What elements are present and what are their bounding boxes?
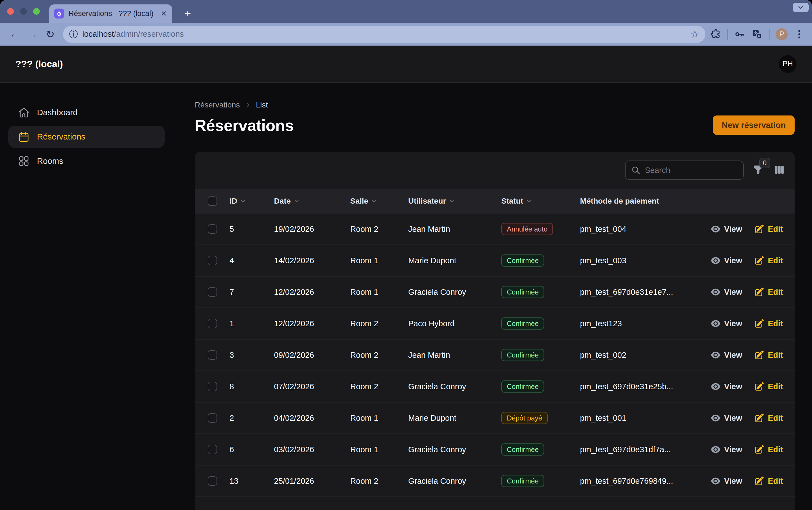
pencil-square-icon	[754, 318, 764, 329]
edit-button[interactable]: Edit	[754, 287, 783, 297]
browser-menu-icon[interactable]	[794, 29, 805, 40]
calendar-icon	[18, 131, 30, 143]
cell-paiement: pm_test123	[580, 319, 675, 328]
translate-icon[interactable]	[752, 29, 762, 40]
table-row: 2 04/02/2026 Room 1 Marie Dupont Dépôt p…	[195, 402, 794, 434]
edit-button[interactable]: Edit	[754, 413, 783, 423]
view-button[interactable]: View	[710, 350, 743, 360]
sort-chevron-icon	[294, 198, 300, 204]
edit-button[interactable]: Edit	[754, 350, 783, 360]
cell-id: 4	[230, 256, 274, 265]
forward-button[interactable]: →	[25, 27, 40, 42]
filter-button[interactable]: 0	[752, 164, 765, 176]
bookmark-star-icon[interactable]: ☆	[691, 28, 699, 40]
user-avatar[interactable]: PH	[779, 55, 796, 73]
table-row: 1 12/02/2026 Room 2 Paco Hybord Confirmé…	[195, 308, 794, 340]
view-action-label: View	[724, 350, 743, 360]
page-title: Réservations	[195, 116, 294, 135]
cell-utilisateur: Jean Martin	[408, 350, 501, 360]
column-header-salle[interactable]: Salle	[350, 197, 408, 205]
cell-date: 03/02/2026	[274, 445, 350, 454]
row-checkbox[interactable]	[208, 224, 217, 234]
cell-salle: Room 1	[350, 414, 408, 423]
reload-button[interactable]: ↻	[42, 27, 58, 42]
cell-id: 7	[230, 288, 274, 297]
view-button[interactable]: View	[710, 381, 743, 392]
edit-button[interactable]: Edit	[754, 476, 783, 486]
cell-paiement: pm_test_697d0e31df7a...	[580, 445, 675, 454]
column-header-paiement: Méthode de paiement	[580, 197, 675, 205]
edit-action-label: Edit	[768, 477, 783, 486]
extensions-puzzle-icon[interactable]	[710, 29, 721, 40]
status-badge: Confirmée	[501, 380, 544, 393]
password-key-icon[interactable]	[734, 29, 746, 40]
edit-action-label: Edit	[768, 350, 783, 360]
status-badge: Confirmée	[501, 475, 544, 487]
grid-icon	[18, 155, 30, 167]
sidebar-item-dashboard[interactable]: Dashboard	[8, 102, 165, 123]
view-action-label: View	[724, 225, 743, 234]
edit-button[interactable]: Edit	[754, 256, 783, 265]
view-button[interactable]: View	[710, 318, 743, 329]
cell-salle: Room 2	[350, 319, 408, 328]
pencil-square-icon	[754, 350, 764, 360]
row-checkbox[interactable]	[208, 350, 217, 360]
minimize-window-button[interactable]	[20, 8, 27, 15]
row-checkbox[interactable]	[208, 413, 217, 423]
row-checkbox[interactable]	[208, 256, 217, 265]
column-header-date[interactable]: Date	[274, 197, 350, 205]
sidebar-item-label: Dashboard	[37, 108, 78, 117]
column-header-statut[interactable]: Statut	[501, 197, 580, 205]
address-bar[interactable]: ⓘ localhost/admin/reservations ☆	[63, 26, 705, 43]
table-row: 7 12/02/2026 Room 1 Graciela Conroy Conf…	[195, 277, 794, 308]
back-button[interactable]: ←	[7, 27, 23, 42]
site-info-icon[interactable]: ⓘ	[69, 28, 78, 40]
eye-icon	[710, 476, 721, 486]
new-reservation-button[interactable]: New réservation	[713, 115, 794, 135]
eye-icon	[710, 224, 721, 234]
row-checkbox[interactable]	[208, 445, 217, 454]
view-action-label: View	[724, 319, 743, 328]
row-checkbox[interactable]	[208, 382, 217, 391]
browser-tab[interactable]: ϕ Réservations - ??? (local) ✕	[49, 4, 172, 23]
edit-button[interactable]: Edit	[754, 445, 783, 454]
sidebar-item-reservations[interactable]: Réservations	[8, 126, 165, 148]
zoom-window-button[interactable]	[33, 8, 40, 15]
table-row: 13 25/01/2026 Room 2 Graciela Conroy Con…	[195, 465, 794, 497]
view-button[interactable]: View	[710, 256, 743, 265]
edit-button[interactable]: Edit	[754, 381, 783, 392]
table-card: 0 ID Date	[195, 152, 794, 510]
table-body: 5 19/02/2026 Room 2 Jean Martin Annulée …	[195, 214, 794, 510]
row-checkbox[interactable]	[208, 476, 217, 486]
sort-chevron-icon	[240, 198, 246, 204]
sidebar-item-label: Rooms	[37, 157, 63, 166]
search-input[interactable]	[645, 166, 738, 175]
pencil-square-icon	[754, 256, 764, 265]
view-button[interactable]: View	[710, 224, 743, 234]
breadcrumb-parent-link[interactable]: Réservations	[195, 101, 240, 109]
browser-profile-avatar[interactable]: P	[776, 28, 788, 40]
new-tab-button[interactable]: +	[184, 6, 191, 21]
view-button[interactable]: View	[710, 413, 743, 423]
column-header-id[interactable]: ID	[230, 197, 274, 205]
cell-date: 07/02/2026	[274, 382, 350, 391]
pencil-square-icon	[754, 445, 764, 454]
select-all-checkbox[interactable]	[208, 196, 217, 206]
edit-action-label: Edit	[768, 382, 783, 391]
edit-button[interactable]: Edit	[754, 224, 783, 234]
filter-count-badge: 0	[759, 158, 770, 168]
cell-utilisateur: Graciela Conroy	[408, 477, 501, 486]
edit-button[interactable]: Edit	[754, 318, 783, 329]
tab-search-button[interactable]	[793, 3, 809, 12]
view-button[interactable]: View	[710, 476, 743, 486]
view-action-label: View	[724, 414, 743, 423]
close-window-button[interactable]	[7, 8, 14, 15]
row-checkbox[interactable]	[208, 287, 217, 297]
view-button[interactable]: View	[710, 287, 743, 297]
tab-close-icon[interactable]: ✕	[161, 9, 167, 18]
row-checkbox[interactable]	[208, 319, 217, 328]
view-button[interactable]: View	[710, 445, 743, 454]
sidebar-item-rooms[interactable]: Rooms	[8, 150, 165, 172]
toggle-columns-button[interactable]	[773, 164, 786, 176]
column-header-utilisateur[interactable]: Utilisateur	[408, 197, 501, 205]
